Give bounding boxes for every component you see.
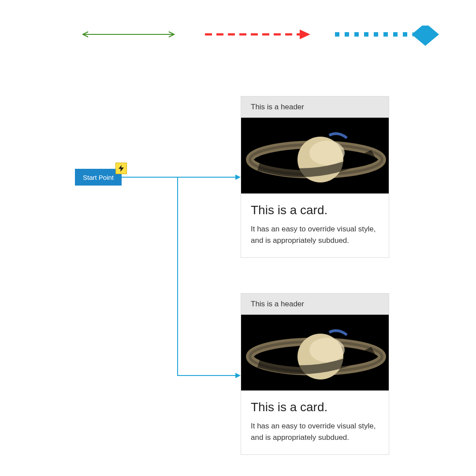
card-2-image bbox=[241, 315, 389, 390]
card-2-header: This is a header bbox=[241, 294, 389, 315]
arrowhead-card-1 bbox=[235, 175, 241, 180]
card-2[interactable]: This is a header This is a card. It has … bbox=[241, 293, 389, 455]
card-1-header: This is a header bbox=[241, 97, 389, 118]
svg-marker-5 bbox=[119, 165, 124, 172]
card-1-body: This is a card. It has an easy to overri… bbox=[241, 193, 389, 257]
lightning-bolt-icon bbox=[115, 163, 127, 174]
card-1-image bbox=[241, 118, 389, 193]
card-2-text: It has an easy to override visual style,… bbox=[251, 420, 379, 443]
svg-point-10 bbox=[309, 141, 345, 165]
connectors-layer bbox=[0, 0, 476, 476]
card-2-body: This is a card. It has an easy to overri… bbox=[241, 390, 389, 454]
diagram-canvas[interactable]: Start Point This is a header This is a c… bbox=[0, 0, 476, 476]
card-1-text: It has an easy to override visual style,… bbox=[251, 223, 379, 246]
start-node[interactable]: Start Point bbox=[75, 169, 122, 186]
start-node-label: Start Point bbox=[83, 174, 114, 181]
card-1-title: This is a card. bbox=[251, 203, 379, 217]
card-1[interactable]: This is a header This is a card. It has … bbox=[241, 96, 389, 258]
svg-point-15 bbox=[309, 338, 345, 362]
connector-to-card-2 bbox=[178, 177, 235, 376]
arrowhead-card-2 bbox=[235, 373, 241, 378]
card-2-title: This is a card. bbox=[251, 400, 379, 414]
